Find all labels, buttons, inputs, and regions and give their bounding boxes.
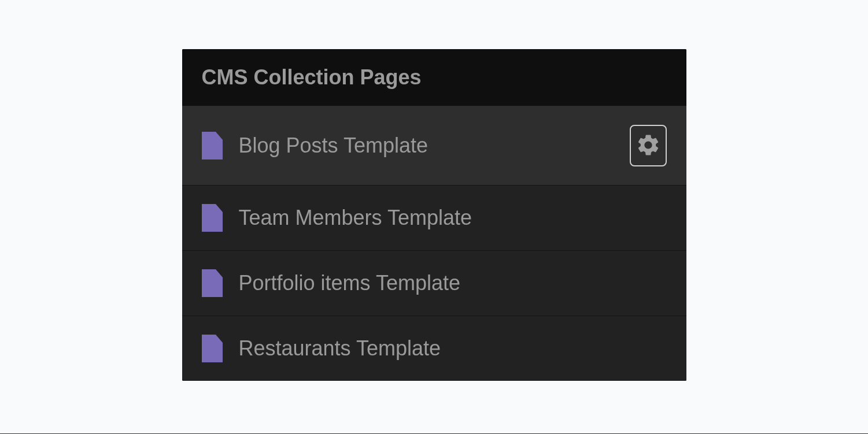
list-item[interactable]: Team Members Template [182, 186, 686, 251]
list-item[interactable]: Blog Posts Template [182, 106, 686, 186]
page-icon [202, 204, 223, 232]
page-icon [202, 335, 223, 362]
list-item-label: Team Members Template [239, 206, 667, 230]
template-list: Blog Posts Template Team Members Templat… [182, 106, 686, 381]
gear-icon [636, 132, 661, 159]
cms-collection-pages-panel: CMS Collection Pages Blog Posts Template [182, 49, 686, 381]
page-icon [202, 132, 223, 159]
list-item-label: Portfolio items Template [239, 271, 667, 295]
panel-title: CMS Collection Pages [202, 65, 667, 90]
list-item[interactable]: Restaurants Template [182, 316, 686, 381]
settings-button[interactable] [630, 125, 667, 166]
list-item[interactable]: Portfolio items Template [182, 251, 686, 316]
list-item-label: Blog Posts Template [239, 133, 630, 158]
page-icon [202, 269, 223, 297]
list-item-label: Restaurants Template [239, 336, 667, 361]
panel-header: CMS Collection Pages [182, 49, 686, 106]
